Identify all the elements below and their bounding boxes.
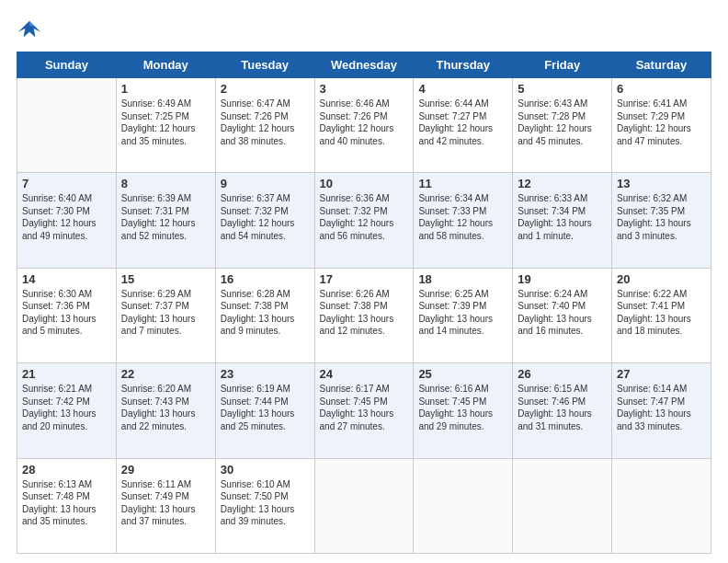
calendar-cell: 15Sunrise: 6:29 AM Sunset: 7:37 PM Dayli… — [116, 268, 215, 362]
calendar-cell: 22Sunrise: 6:20 AM Sunset: 7:43 PM Dayli… — [116, 363, 215, 458]
calendar-cell: 10Sunrise: 6:36 AM Sunset: 7:32 PM Dayli… — [314, 173, 414, 268]
header — [17, 17, 711, 42]
day-number: 25 — [418, 367, 507, 381]
day-number: 26 — [518, 367, 607, 381]
day-number: 13 — [617, 177, 706, 190]
day-number: 17 — [320, 272, 409, 286]
day-number: 1 — [121, 82, 210, 96]
day-number: 30 — [221, 463, 310, 477]
logo — [17, 17, 44, 42]
day-info: Sunrise: 6:47 AM Sunset: 7:26 PM Dayligh… — [221, 98, 310, 147]
weekday-header-monday: Monday — [116, 52, 215, 78]
calendar-cell: 19Sunrise: 6:24 AM Sunset: 7:40 PM Dayli… — [513, 268, 612, 362]
calendar-cell: 6Sunrise: 6:41 AM Sunset: 7:29 PM Daylig… — [612, 78, 711, 173]
day-info: Sunrise: 6:49 AM Sunset: 7:25 PM Dayligh… — [121, 98, 210, 147]
day-number: 4 — [418, 82, 507, 96]
day-number: 27 — [617, 367, 706, 381]
day-info: Sunrise: 6:20 AM Sunset: 7:43 PM Dayligh… — [121, 383, 210, 432]
day-number: 18 — [418, 272, 507, 286]
calendar-cell — [612, 458, 711, 553]
day-info: Sunrise: 6:40 AM Sunset: 7:30 PM Dayligh… — [22, 192, 111, 242]
calendar-cell: 18Sunrise: 6:25 AM Sunset: 7:39 PM Dayli… — [414, 268, 513, 362]
calendar-cell: 30Sunrise: 6:10 AM Sunset: 7:50 PM Dayli… — [215, 458, 314, 553]
day-info: Sunrise: 6:11 AM Sunset: 7:49 PM Dayligh… — [121, 478, 210, 528]
calendar-cell: 29Sunrise: 6:11 AM Sunset: 7:49 PM Dayli… — [116, 458, 215, 553]
calendar-cell — [414, 458, 513, 553]
day-number: 21 — [22, 367, 111, 381]
day-info: Sunrise: 6:33 AM Sunset: 7:34 PM Dayligh… — [518, 192, 607, 242]
day-number: 10 — [320, 177, 409, 190]
calendar-cell: 14Sunrise: 6:30 AM Sunset: 7:36 PM Dayli… — [17, 268, 117, 362]
week-row-2: 7Sunrise: 6:40 AM Sunset: 7:30 PM Daylig… — [17, 173, 711, 268]
day-info: Sunrise: 6:24 AM Sunset: 7:40 PM Dayligh… — [518, 288, 607, 338]
week-row-4: 21Sunrise: 6:21 AM Sunset: 7:42 PM Dayli… — [17, 363, 711, 458]
day-info: Sunrise: 6:44 AM Sunset: 7:27 PM Dayligh… — [418, 98, 507, 147]
calendar-cell: 11Sunrise: 6:34 AM Sunset: 7:33 PM Dayli… — [414, 173, 513, 268]
calendar-cell: 12Sunrise: 6:33 AM Sunset: 7:34 PM Dayli… — [513, 173, 612, 268]
day-number: 14 — [22, 272, 111, 286]
day-info: Sunrise: 6:46 AM Sunset: 7:26 PM Dayligh… — [320, 98, 409, 147]
calendar-cell: 1Sunrise: 6:49 AM Sunset: 7:25 PM Daylig… — [116, 78, 215, 173]
day-info: Sunrise: 6:16 AM Sunset: 7:45 PM Dayligh… — [418, 383, 507, 432]
calendar-cell — [513, 458, 612, 553]
logo-icon — [17, 17, 42, 42]
calendar-cell: 24Sunrise: 6:17 AM Sunset: 7:45 PM Dayli… — [314, 363, 414, 458]
weekday-header-saturday: Saturday — [612, 52, 711, 78]
day-info: Sunrise: 6:37 AM Sunset: 7:32 PM Dayligh… — [221, 192, 310, 242]
day-number: 7 — [22, 177, 111, 190]
day-info: Sunrise: 6:15 AM Sunset: 7:46 PM Dayligh… — [518, 383, 607, 432]
day-info: Sunrise: 6:25 AM Sunset: 7:39 PM Dayligh… — [418, 288, 507, 338]
day-number: 24 — [320, 367, 409, 381]
day-number: 8 — [121, 177, 210, 190]
day-number: 2 — [221, 82, 310, 96]
calendar-cell — [314, 458, 414, 553]
day-number: 11 — [418, 177, 507, 190]
day-info: Sunrise: 6:28 AM Sunset: 7:38 PM Dayligh… — [221, 288, 310, 338]
day-info: Sunrise: 6:30 AM Sunset: 7:36 PM Dayligh… — [22, 288, 111, 338]
weekday-header-row: SundayMondayTuesdayWednesdayThursdayFrid… — [17, 52, 711, 78]
calendar-cell: 8Sunrise: 6:39 AM Sunset: 7:31 PM Daylig… — [116, 173, 215, 268]
day-number: 28 — [22, 463, 111, 477]
week-row-1: 1Sunrise: 6:49 AM Sunset: 7:25 PM Daylig… — [17, 78, 711, 173]
calendar-cell: 27Sunrise: 6:14 AM Sunset: 7:47 PM Dayli… — [612, 363, 711, 458]
day-info: Sunrise: 6:36 AM Sunset: 7:32 PM Dayligh… — [320, 192, 409, 242]
calendar-cell: 21Sunrise: 6:21 AM Sunset: 7:42 PM Dayli… — [17, 363, 117, 458]
day-info: Sunrise: 6:19 AM Sunset: 7:44 PM Dayligh… — [221, 383, 310, 432]
calendar-cell: 25Sunrise: 6:16 AM Sunset: 7:45 PM Dayli… — [414, 363, 513, 458]
weekday-header-tuesday: Tuesday — [215, 52, 314, 78]
day-number: 29 — [121, 463, 210, 477]
calendar-cell: 9Sunrise: 6:37 AM Sunset: 7:32 PM Daylig… — [215, 173, 314, 268]
week-row-3: 14Sunrise: 6:30 AM Sunset: 7:36 PM Dayli… — [17, 268, 711, 362]
day-number: 15 — [121, 272, 210, 286]
day-info: Sunrise: 6:10 AM Sunset: 7:50 PM Dayligh… — [221, 478, 310, 528]
day-info: Sunrise: 6:17 AM Sunset: 7:45 PM Dayligh… — [320, 383, 409, 432]
day-info: Sunrise: 6:32 AM Sunset: 7:35 PM Dayligh… — [617, 192, 706, 242]
calendar-cell: 5Sunrise: 6:43 AM Sunset: 7:28 PM Daylig… — [513, 78, 612, 173]
page: SundayMondayTuesdayWednesdayThursdayFrid… — [0, 0, 728, 563]
calendar-cell: 7Sunrise: 6:40 AM Sunset: 7:30 PM Daylig… — [17, 173, 117, 268]
day-info: Sunrise: 6:39 AM Sunset: 7:31 PM Dayligh… — [121, 192, 210, 242]
day-number: 3 — [320, 82, 409, 96]
day-number: 5 — [518, 82, 607, 96]
calendar-cell: 16Sunrise: 6:28 AM Sunset: 7:38 PM Dayli… — [215, 268, 314, 362]
day-number: 19 — [518, 272, 607, 286]
calendar-cell: 23Sunrise: 6:19 AM Sunset: 7:44 PM Dayli… — [215, 363, 314, 458]
day-number: 23 — [221, 367, 310, 381]
day-info: Sunrise: 6:13 AM Sunset: 7:48 PM Dayligh… — [22, 478, 111, 528]
day-number: 12 — [518, 177, 607, 190]
calendar-cell: 26Sunrise: 6:15 AM Sunset: 7:46 PM Dayli… — [513, 363, 612, 458]
calendar-cell: 13Sunrise: 6:32 AM Sunset: 7:35 PM Dayli… — [612, 173, 711, 268]
day-info: Sunrise: 6:22 AM Sunset: 7:41 PM Dayligh… — [617, 288, 706, 338]
calendar-cell: 28Sunrise: 6:13 AM Sunset: 7:48 PM Dayli… — [17, 458, 117, 553]
day-info: Sunrise: 6:29 AM Sunset: 7:37 PM Dayligh… — [121, 288, 210, 338]
weekday-header-friday: Friday — [513, 52, 612, 78]
day-number: 6 — [617, 82, 706, 96]
day-number: 20 — [617, 272, 706, 286]
calendar: SundayMondayTuesdayWednesdayThursdayFrid… — [17, 52, 711, 554]
day-number: 9 — [221, 177, 310, 190]
calendar-cell — [17, 78, 117, 173]
calendar-cell: 17Sunrise: 6:26 AM Sunset: 7:38 PM Dayli… — [314, 268, 414, 362]
calendar-cell: 3Sunrise: 6:46 AM Sunset: 7:26 PM Daylig… — [314, 78, 414, 173]
day-info: Sunrise: 6:21 AM Sunset: 7:42 PM Dayligh… — [22, 383, 111, 432]
day-info: Sunrise: 6:41 AM Sunset: 7:29 PM Dayligh… — [617, 98, 706, 147]
